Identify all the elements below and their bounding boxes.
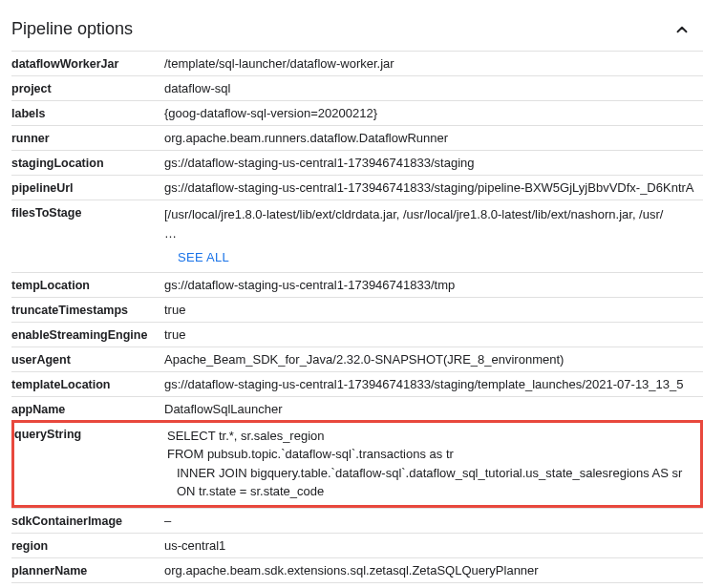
option-row: stagingLocation gs://dataflow-staging-us…: [11, 150, 703, 175]
option-key: pipelineUrl: [11, 180, 164, 195]
option-value: Apache_Beam_SDK_for_Java/2.32.0-SNAPSHOT…: [164, 352, 703, 367]
option-value: true: [164, 327, 703, 342]
query-line: ON tr.state = sr.state_code: [167, 482, 696, 501]
option-value: /template/sql-launcher/dataflow-worker.j…: [164, 56, 703, 71]
option-value: SELECT tr.*, sr.sales_region FROM pubsub…: [167, 427, 700, 501]
option-key: dataflowWorkerJar: [11, 56, 164, 71]
option-row: dataflowWorkerJar /template/sql-launcher…: [11, 51, 703, 75]
chevron-up-icon: [673, 21, 691, 38]
collapse-toggle[interactable]: [672, 20, 692, 39]
option-value: dataflow-sql: [164, 81, 703, 95]
option-key: filesToStage: [11, 205, 164, 220]
option-value: true: [164, 303, 703, 317]
option-row-highlighted: queryString SELECT tr.*, sr.sales_region…: [11, 420, 703, 508]
option-value: gs://dataflow-staging-us-central1-173946…: [164, 377, 703, 391]
ellipsis: …: [164, 226, 177, 241]
option-key: labels: [11, 106, 164, 120]
option-value: {goog-dataflow-sql-version=20200212}: [164, 106, 703, 120]
option-key: stagingLocation: [11, 156, 164, 170]
option-value: gs://dataflow-staging-us-central1-173946…: [164, 278, 703, 292]
option-row: tempLocation gs://dataflow-staging-us-ce…: [11, 272, 703, 297]
query-line: SELECT tr.*, sr.sales_region: [167, 427, 696, 446]
option-key: region: [11, 538, 164, 553]
query-line: INNER JOIN bigquery.table.`dataflow-sql`…: [167, 464, 696, 483]
option-row: project dataflow-sql: [11, 75, 703, 100]
query-line: FROM pubsub.topic.`dataflow-sql`.transac…: [167, 445, 696, 464]
option-row: plannerName org.apache.beam.sdk.extensio…: [11, 557, 703, 582]
option-row: templateLocation gs://dataflow-staging-u…: [11, 371, 703, 396]
see-all-link[interactable]: SEE ALL: [178, 248, 699, 267]
option-key: tempLocation: [11, 278, 164, 292]
value-text: [/usr/local/jre1.8.0-latest/lib/ext/cldr…: [164, 207, 663, 221]
option-value: org.apache.beam.sdk.extensions.sql.zetas…: [164, 563, 703, 578]
option-row: appName DataflowSqlLauncher: [11, 396, 703, 421]
option-row: filesToStage [/usr/local/jre1.8.0-latest…: [11, 200, 703, 272]
option-key: queryString: [14, 427, 167, 441]
option-key: plannerName: [11, 563, 164, 578]
option-key: project: [11, 81, 164, 95]
option-key: enableStreamingEngine: [11, 327, 164, 342]
option-row: runner org.apache.beam.runners.dataflow.…: [11, 125, 703, 150]
option-key: truncateTimestamps: [11, 303, 164, 317]
option-row: userAgent Apache_Beam_SDK_for_Java/2.32.…: [11, 346, 703, 371]
option-row: region us-central1: [11, 533, 703, 557]
option-value: us-central1: [164, 538, 703, 553]
page-title: Pipeline options: [11, 19, 133, 39]
option-value: DataflowSqlLauncher: [164, 402, 703, 416]
option-key: runner: [11, 131, 164, 145]
option-row: labels {goog-dataflow-sql-version=202002…: [11, 100, 703, 125]
option-key: userAgent: [11, 352, 164, 367]
option-row: pipelineUrl gs://dataflow-staging-us-cen…: [11, 175, 703, 200]
option-key: appName: [11, 402, 164, 416]
option-value: gs://dataflow-staging-us-central1-173946…: [164, 156, 703, 170]
pipeline-options-table: dataflowWorkerJar /template/sql-launcher…: [11, 51, 703, 588]
option-row: truncateTimestamps true: [11, 297, 703, 322]
option-value: –: [164, 514, 703, 528]
option-value: [/usr/local/jre1.8.0-latest/lib/ext/cldr…: [164, 205, 703, 267]
option-key: sdkContainerImage: [11, 514, 164, 528]
option-key: templateLocation: [11, 377, 164, 391]
option-value: gs://dataflow-staging-us-central1-173946…: [164, 180, 703, 195]
option-row: jobName dfsql-yh7p6913-kr126nm4: [11, 582, 703, 589]
option-value: org.apache.beam.runners.dataflow.Dataflo…: [164, 131, 703, 145]
section-header: Pipeline options: [11, 11, 703, 51]
option-row: sdkContainerImage –: [11, 508, 703, 533]
option-row: enableStreamingEngine true: [11, 322, 703, 346]
